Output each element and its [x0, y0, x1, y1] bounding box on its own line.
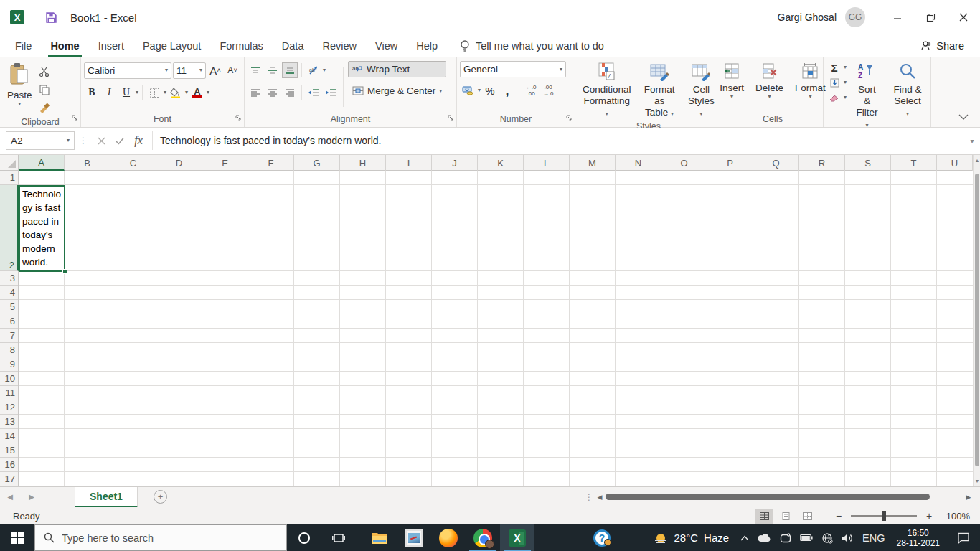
grid-row[interactable] [19, 314, 973, 329]
insert-function-button[interactable]: fx [129, 131, 148, 150]
quick-save-button[interactable] [42, 8, 60, 27]
align-left-button[interactable] [248, 85, 263, 100]
row-header[interactable]: 7 [0, 329, 18, 343]
column-header[interactable]: C [110, 155, 156, 171]
number-dialog-launcher[interactable] [566, 111, 573, 124]
align-right-button[interactable] [282, 85, 298, 100]
volume-tray-icon[interactable] [837, 524, 858, 551]
grid-row[interactable] [19, 372, 973, 386]
excel-taskbar-button[interactable]: X [500, 524, 534, 551]
close-button[interactable] [947, 0, 980, 34]
increase-font-size-button[interactable]: A˄ [207, 62, 223, 78]
horizontal-scrollbar[interactable]: ◀ ▶ [594, 494, 974, 501]
photos-app-button[interactable] [397, 524, 431, 551]
decrease-decimal-button[interactable]: .00 →.0 [540, 83, 556, 98]
network-tray-icon[interactable] [817, 524, 837, 551]
fill-button[interactable] [826, 76, 842, 89]
expand-formula-bar-button[interactable]: ▾ [964, 137, 980, 145]
firefox-button[interactable] [431, 524, 466, 551]
column-header[interactable]: I [386, 155, 432, 171]
column-header[interactable]: G [294, 155, 340, 171]
select-all-corner[interactable] [0, 155, 19, 171]
chevron-down-icon[interactable]: ▾ [136, 90, 138, 95]
ribbon-tab[interactable]: File [6, 34, 41, 57]
bold-button[interactable]: B [84, 85, 100, 100]
grid-row[interactable] [19, 472, 973, 486]
account-avatar[interactable]: GG [845, 7, 865, 27]
find-select-button[interactable]: Find & Select ▾ [887, 61, 928, 120]
grid-row[interactable] [19, 300, 973, 314]
column-header[interactable]: O [661, 155, 707, 171]
decrease-font-size-button[interactable]: A˅ [225, 62, 240, 78]
row-header[interactable]: 2 [0, 185, 19, 271]
restore-button[interactable] [914, 0, 947, 34]
grid-row[interactable] [19, 329, 973, 343]
grid-row[interactable] [19, 271, 973, 286]
row-header[interactable]: 8 [0, 343, 18, 357]
comma-style-button[interactable]: , [499, 83, 515, 98]
scroll-down-arrow[interactable]: ▼ [974, 479, 980, 484]
row-header[interactable]: 1 [0, 171, 18, 185]
chevron-down-icon[interactable]: ▾ [164, 90, 166, 95]
tell-me-box[interactable]: Tell me what you want to do [460, 39, 604, 52]
horizontal-scroll-thumb[interactable] [606, 494, 930, 500]
grid-row[interactable] [19, 386, 973, 400]
row-header[interactable]: 17 [0, 472, 18, 486]
page-break-preview-button[interactable] [798, 509, 816, 524]
grid-row[interactable] [19, 343, 973, 357]
grid-row[interactable] [19, 429, 973, 443]
share-button[interactable]: Share [920, 40, 964, 52]
clear-button[interactable] [826, 91, 842, 104]
taskbar-search[interactable] [34, 524, 287, 551]
row-header[interactable]: 10 [0, 372, 18, 386]
chevron-down-icon[interactable]: ▾ [844, 80, 847, 85]
fill-handle[interactable] [62, 269, 67, 274]
column-header[interactable]: E [202, 155, 248, 171]
grid-row[interactable] [19, 185, 973, 271]
row-header[interactable]: 15 [0, 443, 18, 458]
copy-button[interactable] [37, 82, 52, 98]
accounting-format-button[interactable] [460, 83, 476, 98]
column-header[interactable]: Q [753, 155, 799, 171]
orientation-button[interactable]: ab [306, 62, 321, 78]
clipboard-dialog-launcher[interactable] [72, 111, 78, 124]
new-sheet-button[interactable]: + [154, 490, 167, 504]
alignment-dialog-launcher[interactable] [448, 111, 454, 124]
column-header[interactable]: T [891, 155, 937, 171]
minimize-button[interactable] [881, 0, 914, 34]
top-align-button[interactable] [248, 62, 263, 78]
column-header[interactable]: P [707, 155, 753, 171]
column-header[interactable]: D [156, 155, 202, 171]
bottom-align-button[interactable] [282, 62, 298, 78]
vertical-scroll-thumb[interactable] [975, 174, 979, 466]
delete-cells-button[interactable]: Delete ▾ [751, 61, 788, 101]
cells-area[interactable] [19, 171, 973, 486]
grid-row[interactable] [19, 443, 973, 458]
scroll-left-arrow[interactable]: ◀ [594, 494, 606, 501]
row-header[interactable]: 5 [0, 300, 18, 314]
format-painter-button[interactable] [37, 100, 52, 116]
ribbon-tab[interactable]: Home [41, 34, 88, 57]
borders-button[interactable] [146, 85, 162, 100]
weather-widget[interactable]: 28°C Haze [646, 532, 737, 545]
increase-decimal-button[interactable]: ←.0 .00 [523, 83, 539, 98]
task-view-button[interactable] [321, 524, 356, 551]
sort-filter-button[interactable]: A Z Sort & Filter ▾ [849, 61, 885, 131]
column-header[interactable]: B [65, 155, 110, 171]
column-header[interactable]: R [799, 155, 845, 171]
cortana-button[interactable] [287, 524, 321, 551]
increase-indent-button[interactable] [323, 85, 339, 100]
wrap-text-button[interactable]: ab Wrap Text [348, 61, 446, 77]
column-header[interactable]: U [937, 155, 973, 171]
ribbon-tab[interactable]: Data [273, 34, 314, 57]
chevron-down-icon[interactable]: ▾ [478, 88, 481, 93]
scroll-up-arrow[interactable]: ▲ [974, 158, 980, 163]
account-user-name[interactable]: Gargi Ghosal [778, 11, 837, 23]
underline-button[interactable]: U [118, 85, 134, 100]
prev-sheet-arrow[interactable]: ◀ [0, 493, 20, 501]
onedrive-tray-button[interactable] [753, 524, 776, 551]
percent-style-button[interactable]: % [482, 83, 498, 98]
chevron-down-icon[interactable]: ▾ [323, 67, 326, 73]
grid-row[interactable] [19, 357, 973, 372]
column-header[interactable]: S [845, 155, 891, 171]
